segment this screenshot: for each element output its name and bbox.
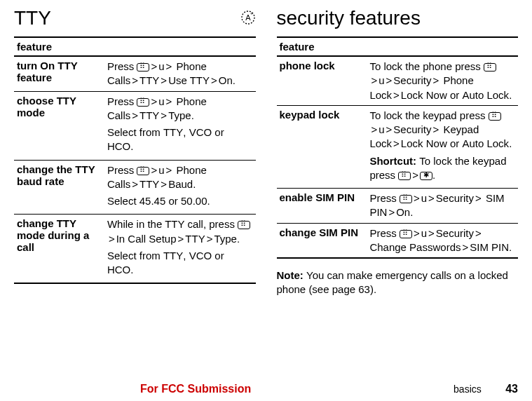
shortcut-label: Shortcut: (369, 155, 419, 167)
chevron-right-icon: > (431, 123, 440, 135)
settings-u-icon: u (158, 95, 164, 107)
row-label: enable SIM PIN (277, 189, 369, 224)
text: Select from (107, 250, 163, 261)
text: Press (107, 60, 137, 72)
option: 45.45 (139, 195, 166, 207)
menu-icon (400, 230, 412, 238)
table-row: enable SIM PIN Press >u>Security> SIM PI… (277, 189, 519, 224)
row-desc: Press >u> Phone Calls>TTY>Type. Select f… (106, 91, 256, 160)
table-row: change SIM PIN Press >u>Security> Change… (277, 223, 519, 258)
text: Press (107, 164, 137, 176)
menu-icon (400, 195, 412, 203)
chevron-right-icon: > (411, 169, 420, 181)
menu-icon (238, 221, 250, 229)
chevron-right-icon: > (130, 109, 139, 121)
menu-path: TTY (139, 74, 159, 86)
text: Select (107, 195, 139, 207)
row-desc: Press >u> Phone Calls>TTY>Use TTY>On. (106, 56, 256, 91)
security-table: feature phone lock To lock the phone pre… (277, 36, 519, 259)
option: HCO (107, 140, 130, 152)
text: or (447, 137, 463, 149)
chevron-right-icon: > (385, 74, 394, 86)
chevron-right-icon: > (431, 74, 440, 86)
tty-heading: TTY (14, 7, 51, 29)
text: Press (107, 95, 137, 107)
menu-path: On (396, 206, 410, 218)
table-row: phone lock To lock the phone press >u>Se… (277, 56, 519, 105)
section-name: basics (453, 383, 482, 395)
page-number: 43 (505, 383, 518, 395)
tty-table: feature turn On TTY feature Press >u> Ph… (14, 36, 256, 284)
row-label: change the TTY baud rate (14, 160, 106, 215)
menu-path: Auto Lock (462, 89, 509, 101)
chevron-right-icon: > (159, 178, 168, 190)
menu-path: Baud (168, 178, 193, 190)
menu-icon (489, 112, 501, 121)
menu-path: Lock Now (401, 137, 447, 149)
row-label: change SIM PIN (277, 223, 369, 258)
text: or (447, 89, 463, 101)
menu-icon (398, 172, 411, 180)
chevron-right-icon: > (149, 95, 158, 107)
table-row: turn On TTY feature Press >u> Phone Call… (14, 56, 256, 91)
page-footer: For FCC Submission basics 43 (0, 383, 532, 395)
menu-path: Auto Lock (462, 137, 509, 149)
accessibility-icon: A + (240, 10, 256, 28)
chevron-right-icon: > (474, 227, 483, 239)
menu-path: In Call Setup (116, 233, 177, 245)
chevron-right-icon: > (412, 192, 421, 204)
menu-path: Type (168, 109, 191, 121)
chevron-right-icon: > (427, 192, 436, 204)
chevron-right-icon: > (427, 227, 436, 239)
row-label: phone lock (277, 56, 369, 105)
table-row: choose TTY mode Press >u> Phone Calls>TT… (14, 91, 256, 160)
chevron-right-icon: > (165, 164, 174, 176)
svg-text:+: + (250, 11, 252, 16)
row-label: turn On TTY feature (14, 56, 106, 91)
chevron-right-icon: > (165, 95, 174, 107)
row-label: keypad lock (277, 105, 369, 188)
chevron-right-icon: > (412, 227, 421, 239)
chevron-right-icon: > (130, 74, 139, 86)
note-text: You can make emergency calls on a locked… (277, 269, 508, 295)
row-desc: Press >u> Phone Calls>TTY>Baud. Select 4… (106, 160, 256, 215)
row-desc: Press >u>Security> Change Passwords>SIM … (368, 223, 518, 258)
menu-icon (137, 63, 149, 72)
chevron-right-icon: > (177, 233, 186, 245)
menu-icon (484, 63, 496, 72)
chevron-right-icon: > (369, 74, 378, 86)
menu-path: SIM PIN (470, 241, 509, 253)
option: VCO (189, 126, 212, 138)
menu-path: TTY (139, 178, 159, 190)
menu-icon (137, 98, 149, 107)
chevron-right-icon: > (159, 74, 168, 86)
table-row: change TTY mode during a call While in t… (14, 215, 256, 284)
menu-path: TTY (139, 109, 159, 121)
menu-path: Lock Now (401, 89, 447, 101)
settings-u-icon: u (378, 74, 384, 86)
option: HCO (107, 264, 130, 276)
note-label: Note: (277, 269, 307, 281)
row-desc: To lock the phone press >u>Security> Pho… (368, 56, 518, 105)
row-label: choose TTY mode (14, 91, 106, 160)
chevron-right-icon: > (392, 137, 401, 149)
menu-path: Security (436, 227, 474, 239)
chevron-right-icon: > (165, 60, 174, 72)
menu-path: Use TTY (168, 74, 210, 86)
chevron-right-icon: > (387, 206, 396, 218)
menu-icon (137, 167, 149, 175)
chevron-right-icon: > (385, 123, 394, 135)
chevron-right-icon: > (392, 89, 401, 101)
row-desc: To lock the keypad press >u>Security> Ke… (368, 105, 518, 188)
menu-path: Type (214, 233, 237, 245)
text: To lock the keypad press (369, 109, 488, 121)
chevron-right-icon: > (474, 192, 483, 204)
security-table-header: feature (277, 37, 519, 56)
fcc-submission-text: For FCC Submission (140, 383, 251, 395)
chevron-right-icon: > (130, 178, 139, 190)
chevron-right-icon: > (205, 233, 214, 245)
chevron-right-icon: > (149, 164, 158, 176)
chevron-right-icon: > (461, 241, 470, 253)
table-row: keypad lock To lock the keypad press >u>… (277, 105, 519, 188)
menu-path: On (219, 74, 233, 86)
